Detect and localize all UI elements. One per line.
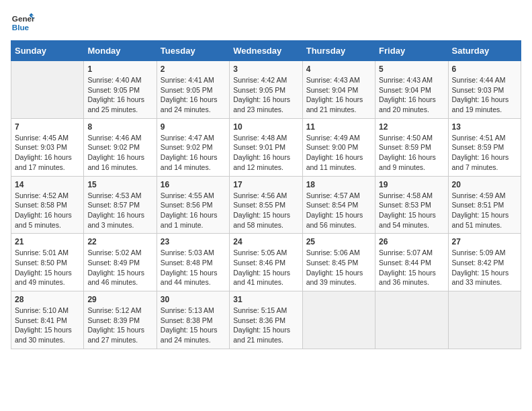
calendar-cell: 19Sunrise: 4:58 AM Sunset: 8:53 PM Dayli… xyxy=(375,176,448,234)
day-number: 2 xyxy=(161,64,226,74)
day-info: Sunrise: 4:59 AM Sunset: 8:51 PM Dayligh… xyxy=(452,191,517,230)
day-number: 30 xyxy=(161,295,226,304)
day-number: 11 xyxy=(306,122,371,132)
calendar-cell: 26Sunrise: 5:07 AM Sunset: 8:44 PM Dayli… xyxy=(375,234,448,291)
day-info: Sunrise: 4:47 AM Sunset: 9:02 PM Dayligh… xyxy=(161,133,226,173)
day-number: 7 xyxy=(15,122,80,132)
column-header-saturday: Saturday xyxy=(448,41,521,61)
column-header-row: SundayMondayTuesdayWednesdayThursdayFrid… xyxy=(11,41,521,61)
calendar-cell xyxy=(302,291,375,349)
day-number: 17 xyxy=(233,180,298,189)
column-header-friday: Friday xyxy=(375,41,448,61)
day-info: Sunrise: 5:01 AM Sunset: 8:50 PM Dayligh… xyxy=(15,248,80,287)
calendar-cell: 25Sunrise: 5:06 AM Sunset: 8:45 PM Dayli… xyxy=(302,234,375,291)
svg-text:Blue: Blue xyxy=(12,23,30,32)
day-info: Sunrise: 4:45 AM Sunset: 9:03 PM Dayligh… xyxy=(15,133,80,173)
day-info: Sunrise: 5:05 AM Sunset: 8:46 PM Dayligh… xyxy=(233,248,298,287)
day-number: 25 xyxy=(306,237,371,246)
day-number: 14 xyxy=(15,180,80,189)
calendar-cell: 24Sunrise: 5:05 AM Sunset: 8:46 PM Dayli… xyxy=(230,234,302,291)
column-header-tuesday: Tuesday xyxy=(157,41,229,61)
day-number: 15 xyxy=(87,180,152,189)
calendar-cell: 8Sunrise: 4:46 AM Sunset: 9:02 PM Daylig… xyxy=(84,118,157,176)
day-number: 24 xyxy=(233,237,298,246)
day-number: 27 xyxy=(452,237,517,246)
day-number: 6 xyxy=(452,64,517,74)
day-number: 20 xyxy=(452,180,517,189)
calendar-cell: 31Sunrise: 5:15 AM Sunset: 8:36 PM Dayli… xyxy=(230,291,302,349)
calendar-cell: 1Sunrise: 4:40 AM Sunset: 9:05 PM Daylig… xyxy=(84,61,157,119)
day-info: Sunrise: 4:43 AM Sunset: 9:04 PM Dayligh… xyxy=(306,75,371,115)
calendar-cell: 12Sunrise: 4:50 AM Sunset: 8:59 PM Dayli… xyxy=(375,118,448,176)
calendar-cell: 21Sunrise: 5:01 AM Sunset: 8:50 PM Dayli… xyxy=(11,234,84,291)
day-info: Sunrise: 5:09 AM Sunset: 8:42 PM Dayligh… xyxy=(452,248,517,287)
calendar-cell: 20Sunrise: 4:59 AM Sunset: 8:51 PM Dayli… xyxy=(448,176,521,234)
day-info: Sunrise: 5:03 AM Sunset: 8:48 PM Dayligh… xyxy=(161,248,226,287)
day-info: Sunrise: 4:43 AM Sunset: 9:04 PM Dayligh… xyxy=(379,75,444,115)
calendar-cell: 18Sunrise: 4:57 AM Sunset: 8:54 PM Dayli… xyxy=(302,176,375,234)
day-number: 8 xyxy=(87,122,152,132)
day-info: Sunrise: 5:07 AM Sunset: 8:44 PM Dayligh… xyxy=(379,248,444,287)
day-number: 3 xyxy=(233,64,298,74)
week-row-1: 1Sunrise: 4:40 AM Sunset: 9:05 PM Daylig… xyxy=(11,61,521,119)
calendar-cell: 11Sunrise: 4:49 AM Sunset: 9:00 PM Dayli… xyxy=(302,118,375,176)
week-row-4: 21Sunrise: 5:01 AM Sunset: 8:50 PM Dayli… xyxy=(11,234,521,291)
calendar-cell: 29Sunrise: 5:12 AM Sunset: 8:39 PM Dayli… xyxy=(84,291,157,349)
week-row-2: 7Sunrise: 4:45 AM Sunset: 9:03 PM Daylig… xyxy=(11,118,521,176)
calendar-cell: 15Sunrise: 4:53 AM Sunset: 8:57 PM Dayli… xyxy=(84,176,157,234)
day-info: Sunrise: 4:50 AM Sunset: 8:59 PM Dayligh… xyxy=(379,133,444,173)
day-info: Sunrise: 4:49 AM Sunset: 9:00 PM Dayligh… xyxy=(306,133,371,173)
day-info: Sunrise: 5:15 AM Sunset: 8:36 PM Dayligh… xyxy=(233,306,298,345)
day-number: 21 xyxy=(15,237,80,246)
calendar-cell: 7Sunrise: 4:45 AM Sunset: 9:03 PM Daylig… xyxy=(11,118,84,176)
calendar-cell: 14Sunrise: 4:52 AM Sunset: 8:58 PM Dayli… xyxy=(11,176,84,234)
calendar-cell: 2Sunrise: 4:41 AM Sunset: 9:05 PM Daylig… xyxy=(157,61,229,119)
day-number: 31 xyxy=(233,295,298,304)
calendar-cell xyxy=(375,291,448,349)
calendar-cell: 22Sunrise: 5:02 AM Sunset: 8:49 PM Dayli… xyxy=(84,234,157,291)
day-info: Sunrise: 4:53 AM Sunset: 8:57 PM Dayligh… xyxy=(87,191,152,230)
day-info: Sunrise: 4:51 AM Sunset: 8:59 PM Dayligh… xyxy=(452,133,517,173)
day-number: 28 xyxy=(15,295,80,304)
day-info: Sunrise: 4:55 AM Sunset: 8:56 PM Dayligh… xyxy=(161,191,226,230)
logo-icon: General Blue xyxy=(11,11,35,35)
week-row-3: 14Sunrise: 4:52 AM Sunset: 8:58 PM Dayli… xyxy=(11,176,521,234)
calendar-cell: 23Sunrise: 5:03 AM Sunset: 8:48 PM Dayli… xyxy=(157,234,229,291)
day-number: 9 xyxy=(161,122,226,132)
day-info: Sunrise: 5:02 AM Sunset: 8:49 PM Dayligh… xyxy=(87,248,152,287)
calendar-cell: 4Sunrise: 4:43 AM Sunset: 9:04 PM Daylig… xyxy=(302,61,375,119)
calendar-cell xyxy=(11,61,84,119)
day-number: 26 xyxy=(379,237,444,246)
calendar-cell: 28Sunrise: 5:10 AM Sunset: 8:41 PM Dayli… xyxy=(11,291,84,349)
page-header: General Blue xyxy=(11,11,521,35)
logo: General Blue xyxy=(11,11,35,35)
day-info: Sunrise: 4:46 AM Sunset: 9:02 PM Dayligh… xyxy=(87,133,152,173)
day-number: 19 xyxy=(379,180,444,189)
column-header-wednesday: Wednesday xyxy=(230,41,302,61)
day-info: Sunrise: 5:06 AM Sunset: 8:45 PM Dayligh… xyxy=(306,248,371,287)
day-number: 13 xyxy=(452,122,517,132)
day-number: 10 xyxy=(233,122,298,132)
calendar-cell: 16Sunrise: 4:55 AM Sunset: 8:56 PM Dayli… xyxy=(157,176,229,234)
day-info: Sunrise: 5:12 AM Sunset: 8:39 PM Dayligh… xyxy=(87,306,152,345)
day-number: 16 xyxy=(161,180,226,189)
day-info: Sunrise: 5:10 AM Sunset: 8:41 PM Dayligh… xyxy=(15,306,80,345)
calendar-cell: 17Sunrise: 4:56 AM Sunset: 8:55 PM Dayli… xyxy=(230,176,302,234)
column-header-monday: Monday xyxy=(84,41,157,61)
day-info: Sunrise: 4:58 AM Sunset: 8:53 PM Dayligh… xyxy=(379,191,444,230)
day-number: 4 xyxy=(306,64,371,74)
day-info: Sunrise: 4:56 AM Sunset: 8:55 PM Dayligh… xyxy=(233,191,298,230)
calendar-cell: 27Sunrise: 5:09 AM Sunset: 8:42 PM Dayli… xyxy=(448,234,521,291)
day-info: Sunrise: 4:41 AM Sunset: 9:05 PM Dayligh… xyxy=(161,75,226,115)
calendar-cell: 5Sunrise: 4:43 AM Sunset: 9:04 PM Daylig… xyxy=(375,61,448,119)
day-number: 18 xyxy=(306,180,371,189)
day-number: 22 xyxy=(87,237,152,246)
day-info: Sunrise: 5:13 AM Sunset: 8:38 PM Dayligh… xyxy=(161,306,226,345)
day-info: Sunrise: 4:44 AM Sunset: 9:03 PM Dayligh… xyxy=(452,75,517,115)
column-header-sunday: Sunday xyxy=(11,41,84,61)
calendar-cell xyxy=(448,291,521,349)
calendar-cell: 10Sunrise: 4:48 AM Sunset: 9:01 PM Dayli… xyxy=(230,118,302,176)
day-number: 5 xyxy=(379,64,444,74)
day-number: 12 xyxy=(379,122,444,132)
calendar-cell: 3Sunrise: 4:42 AM Sunset: 9:05 PM Daylig… xyxy=(230,61,302,119)
